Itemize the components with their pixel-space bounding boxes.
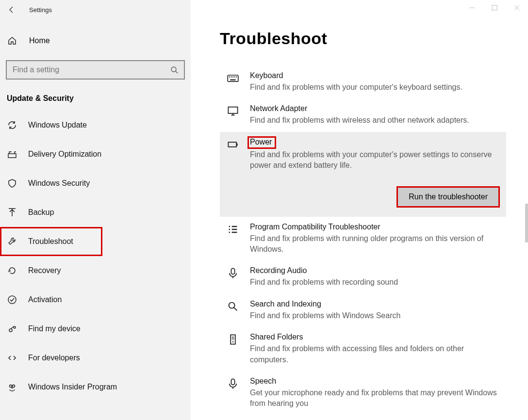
troubleshoot-item-name: Search and Indexing — [250, 300, 501, 308]
window-title: Settings — [29, 6, 52, 14]
sidebar-item-label: Find my device — [28, 324, 81, 333]
troubleshoot-item-recording-audio[interactable]: Recording AudioFind and fix problems wit… — [220, 260, 506, 293]
home-button[interactable]: Home — [0, 30, 191, 51]
server-icon — [227, 333, 239, 345]
search-input[interactable] — [13, 65, 170, 74]
sidebar-item-troubleshoot[interactable]: Troubleshoot — [0, 227, 102, 256]
troubleshoot-item-desc: Find and fix problems with wireless and … — [250, 115, 501, 126]
sidebar-item-label: Backup — [28, 208, 54, 217]
monitor-icon — [227, 104, 239, 117]
close-button[interactable] — [506, 0, 528, 16]
troubleshoot-item-name: Shared Folders — [250, 333, 501, 341]
troubleshoot-item-name: Keyboard — [250, 71, 501, 80]
troubleshoot-item-speech[interactable]: SpeechGet your microphone ready and fix … — [220, 371, 506, 415]
troubleshoot-item-desc: Get your microphone ready and fix proble… — [250, 388, 501, 409]
troubleshoot-item-program-compatibility-troubleshooter[interactable]: Program Compatibility TroubleshooterFind… — [220, 217, 506, 261]
svg-rect-2 — [8, 154, 16, 158]
check-icon — [7, 295, 17, 305]
sidebar-item-backup[interactable]: Backup — [0, 198, 191, 227]
home-label: Home — [29, 36, 50, 45]
search-icon — [170, 66, 178, 74]
sidebar-item-windows-security[interactable]: Windows Security — [0, 169, 191, 198]
svg-point-8 — [10, 385, 12, 388]
troubleshoot-item-search-and-indexing[interactable]: Search and IndexingFind and fix problems… — [220, 294, 506, 327]
svg-rect-20 — [228, 142, 236, 147]
svg-point-0 — [171, 67, 176, 72]
troubleshoot-item-name: Speech — [250, 377, 501, 386]
keyboard-icon — [227, 71, 239, 84]
sidebar-item-find-my-device[interactable]: Find my device — [0, 314, 191, 343]
troubleshoot-item-desc: Find and fix problems with running older… — [250, 233, 501, 255]
troubleshoot-item-name: Recording Audio — [250, 266, 501, 275]
sidebar-item-label: Activation — [28, 295, 62, 304]
finddevice-icon — [7, 324, 17, 334]
troubleshoot-item-desc: Find and fix problems with recording sou… — [250, 277, 501, 288]
titlebar: Settings — [0, 0, 191, 19]
troubleshoot-item-keyboard[interactable]: KeyboardFind and fix problems with your … — [220, 65, 506, 98]
sidebar-item-for-developers[interactable]: For developers — [0, 343, 191, 372]
sidebar: Settings Home Update & Security Windows … — [0, 0, 191, 420]
troubleshoot-item-desc: Find and fix problems with Windows Searc… — [250, 310, 501, 321]
sidebar-item-label: Delivery Optimization — [28, 150, 101, 159]
sidebar-item-label: Recovery — [28, 266, 61, 275]
window-controls — [461, 0, 528, 16]
svg-point-9 — [13, 385, 15, 388]
svg-rect-17 — [228, 107, 237, 113]
troubleshoot-item-network-adapter[interactable]: Network AdapterFind and fix problems wit… — [220, 98, 506, 131]
maximize-button[interactable] — [483, 0, 506, 16]
delivery-icon — [7, 149, 17, 159]
shield-icon — [7, 178, 17, 188]
svg-rect-31 — [231, 335, 235, 344]
troubleshoot-item-desc: Find and fix problems with your computer… — [250, 82, 501, 93]
svg-rect-35 — [231, 379, 234, 385]
troubleshoot-item-name: Power — [249, 138, 275, 147]
svg-rect-37 — [492, 5, 497, 10]
svg-point-34 — [232, 341, 233, 342]
sidebar-item-recovery[interactable]: Recovery — [0, 256, 191, 285]
svg-point-6 — [9, 329, 12, 332]
search-icon — [227, 300, 239, 312]
page-title: Troubleshoot — [220, 29, 528, 48]
sidebar-item-windows-update[interactable]: Windows Update — [0, 111, 191, 140]
troubleshoot-item-power[interactable]: PowerFind and fix problems with your com… — [220, 132, 506, 217]
sidebar-item-label: For developers — [28, 354, 80, 362]
sidebar-item-label: Troubleshoot — [28, 237, 73, 246]
battery-icon — [227, 138, 239, 150]
troubleshoot-item-desc: Find and fix problems with your computer… — [250, 149, 501, 171]
nav-list: Windows UpdateDelivery OptimizationWindo… — [0, 111, 191, 402]
svg-rect-10 — [228, 75, 238, 81]
svg-line-1 — [176, 71, 178, 73]
search-box[interactable] — [6, 60, 185, 80]
sync-icon — [7, 120, 17, 130]
troubleshoot-list: KeyboardFind and fix problems with your … — [220, 65, 506, 415]
svg-point-5 — [8, 296, 16, 304]
mic-icon — [227, 266, 239, 279]
category-title: Update & Security — [7, 94, 191, 103]
sidebar-item-windows-insider-program[interactable]: Windows Insider Program — [0, 372, 191, 402]
svg-point-29 — [229, 302, 235, 308]
mic-icon — [227, 377, 239, 389]
recovery-icon — [7, 266, 17, 275]
backup-icon — [7, 208, 17, 217]
insider-icon — [7, 382, 17, 392]
troubleshoot-item-desc: Find and fix problems with accessing fil… — [250, 343, 501, 365]
troubleshoot-item-name: Network Adapter — [250, 104, 501, 113]
list-icon — [227, 223, 239, 235]
main-content: Troubleshoot KeyboardFind and fix proble… — [191, 0, 528, 420]
sidebar-item-activation[interactable]: Activation — [0, 285, 191, 314]
sidebar-item-label: Windows Security — [28, 179, 90, 188]
scrollbar[interactable] — [525, 204, 528, 242]
troubleshoot-item-shared-folders[interactable]: Shared FoldersFind and fix problems with… — [220, 327, 506, 371]
back-button[interactable] — [7, 5, 16, 15]
sidebar-item-label: Windows Insider Program — [28, 383, 117, 391]
troubleshoot-item-name: Program Compatibility Troubleshooter — [250, 223, 501, 231]
minimize-button[interactable] — [461, 0, 483, 16]
devs-icon — [7, 353, 17, 363]
sidebar-item-label: Windows Update — [28, 121, 87, 129]
sidebar-item-delivery-optimization[interactable]: Delivery Optimization — [0, 140, 191, 169]
wrench-icon — [7, 237, 17, 246]
run-troubleshooter-button[interactable]: Run the troubleshooter — [398, 188, 498, 206]
home-icon — [7, 36, 17, 46]
svg-rect-21 — [236, 143, 237, 145]
svg-rect-28 — [231, 269, 234, 275]
